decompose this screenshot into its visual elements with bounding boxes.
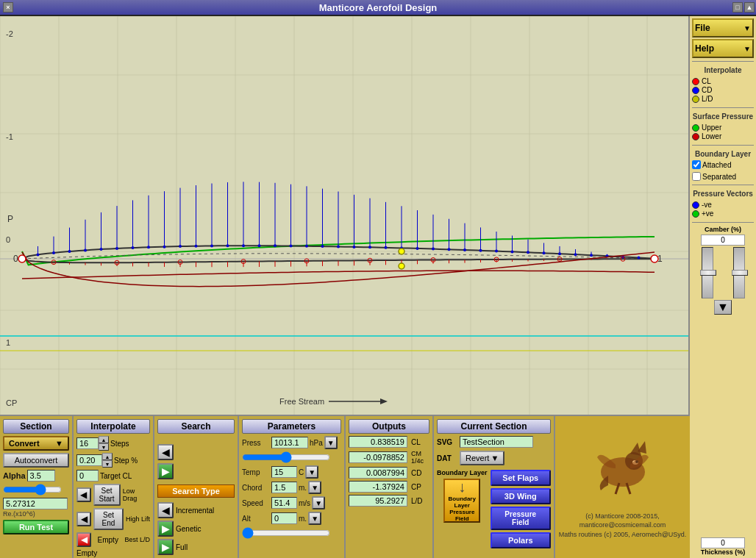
polars-btn[interactable]: Polars	[491, 532, 551, 548]
full-label: Full	[176, 543, 188, 551]
alpha-input[interactable]	[27, 470, 55, 482]
alt-input[interactable]	[271, 512, 297, 524]
speed-arrow-btn[interactable]: ▼	[312, 496, 325, 509]
convert-btn[interactable]: Convert ▼	[3, 436, 69, 451]
set-start-btn[interactable]: Set Start	[93, 484, 121, 506]
set-end-btn[interactable]: Set End	[93, 508, 124, 530]
autoconvert-btn[interactable]: Autoconvert	[3, 453, 69, 468]
camber-slider-thumb2[interactable]	[732, 270, 748, 276]
mascot-area: (c) Manticore 2008-2015, manticore@cosmi…	[555, 416, 690, 558]
step-pct-input[interactable]	[76, 454, 102, 466]
press-label: Press	[242, 439, 270, 447]
cp-label: CP	[6, 398, 17, 407]
speed-input[interactable]	[271, 497, 297, 509]
set-flaps-btn[interactable]: Set Flaps	[491, 470, 551, 486]
steps-up-btn[interactable]: ▲	[99, 436, 109, 443]
press-input[interactable]	[271, 437, 308, 448]
svg-marker-1	[380, 398, 388, 404]
alt-arrow-btn[interactable]: ▼	[308, 512, 321, 525]
step-pct-row: ▲ ▼ Step %	[76, 453, 150, 468]
step-pct-label: Step %	[114, 457, 138, 465]
restore-btn[interactable]: ▲	[744, 2, 755, 12]
outputs-panel: Outputs CL CM 1/4c CD	[346, 416, 434, 558]
help-btn[interactable]: Help ▼	[692, 39, 754, 58]
separated-checkbox[interactable]	[692, 172, 701, 181]
attached-checkbox[interactable]	[692, 160, 701, 169]
steps-down-btn[interactable]: ▼	[99, 443, 109, 451]
arrow-left-btn2[interactable]: ◀	[76, 512, 91, 526]
alt-unit: m.	[299, 515, 307, 523]
genetic-arrow-btn[interactable]: ▶	[157, 521, 174, 537]
thickness-label: Thickness (%)	[692, 548, 754, 556]
press-slider[interactable]	[242, 451, 330, 463]
steps-input[interactable]	[76, 437, 99, 449]
boundary-layer-label: Boundary Layer	[437, 470, 488, 477]
interpolate-title: Interpolate	[76, 419, 150, 434]
pressure-field-btn[interactable]: Pressure Field	[491, 507, 551, 530]
arrow-left-btn1[interactable]: ◀	[76, 487, 91, 502]
arrow-left-btn3[interactable]: ◀	[76, 532, 91, 547]
parameters-title: Parameters	[242, 419, 341, 434]
speed-unit: m/s	[299, 499, 310, 507]
camber-value2[interactable]	[701, 537, 745, 548]
alpha-row: Alpha	[3, 470, 69, 482]
file-btn[interactable]: File ▼	[692, 18, 754, 37]
svg-label: SVG	[437, 438, 457, 446]
outputs-title: Outputs	[349, 419, 429, 434]
aerofoil-canvas	[0, 16, 690, 415]
search-arrow-btn1[interactable]: ◀	[157, 444, 174, 460]
3d-wing-btn[interactable]: 3D Wing	[491, 488, 551, 504]
camber-slider-thumb[interactable]	[700, 270, 716, 276]
best-ld-label: Best L/D	[124, 536, 150, 543]
temp-input[interactable]	[271, 466, 297, 478]
cd-legend-label: CD	[702, 86, 712, 94]
file-arrow-icon: ▼	[743, 24, 751, 32]
bl-pressure-btn[interactable]: ↓ Boundary Layer Pressure Field	[443, 479, 480, 523]
re-label: Re.(x10^6)	[3, 510, 69, 518]
speed-label: Speed	[242, 499, 270, 507]
y-label-minus1: -1	[6, 132, 13, 141]
attached-label: Attached	[702, 161, 731, 169]
y-label-zero: 0	[6, 235, 10, 244]
re-row: Re.(x10^6)	[3, 498, 69, 518]
revert-btn[interactable]: Revert ▼	[460, 451, 504, 465]
down-arrow-btn[interactable]: ▼	[714, 300, 732, 315]
pos-ve-label: +ve	[702, 210, 713, 218]
out-cl-label: CL	[411, 438, 421, 446]
alt-slider[interactable]	[242, 527, 330, 539]
empty1-label: Empty	[93, 536, 122, 544]
close-btn[interactable]: ×	[3, 2, 13, 12]
press-arrow-btn[interactable]: ▼	[324, 436, 338, 449]
chord-input[interactable]	[271, 482, 297, 493]
full-arrow-btn[interactable]: ▶	[157, 539, 174, 555]
target-cl-input[interactable]	[76, 470, 99, 482]
alpha-slider[interactable]	[3, 484, 62, 496]
chord-arrow-btn[interactable]: ▼	[308, 481, 321, 494]
camber-value[interactable]	[701, 235, 745, 246]
temp-label: Temp	[242, 468, 270, 476]
step-pct-down-btn[interactable]: ▼	[102, 460, 113, 468]
out-cp-input	[349, 481, 407, 493]
press-unit: hPa	[310, 439, 323, 447]
right-panel: File ▼ Help ▼ Interpolate CL CD	[690, 16, 756, 558]
camber-slider-track	[702, 247, 713, 298]
steps-row: ▲ ▼ Steps	[76, 436, 150, 451]
surface-pressure-label: Surface Pressure	[692, 112, 754, 121]
cl-legend-label: CL	[702, 77, 711, 85]
search-arrow-btn2[interactable]: ▶	[157, 463, 174, 479]
re-input[interactable]	[3, 498, 68, 509]
incremental-arrow-btn[interactable]: ◀	[157, 502, 174, 518]
run-test-btn[interactable]: Run Test	[3, 520, 69, 534]
out-cd-input	[349, 467, 407, 479]
svg-input[interactable]	[460, 436, 533, 448]
current-section-panel: Current Section SVG DAT Revert ▼	[434, 416, 555, 558]
maximize-btn[interactable]: □	[732, 2, 743, 12]
y-label-one: 1	[6, 338, 10, 347]
camber-slider-track2	[733, 247, 745, 298]
step-pct-up-btn[interactable]: ▲	[102, 453, 113, 460]
temp-arrow-btn[interactable]: ▼	[305, 465, 318, 479]
section-title: Section	[3, 419, 69, 434]
current-section-title: Current Section	[437, 419, 551, 434]
section-panel: Section Convert ▼ Autoconvert Alpha	[0, 416, 74, 558]
camber-label: Camber (%)	[692, 226, 754, 233]
